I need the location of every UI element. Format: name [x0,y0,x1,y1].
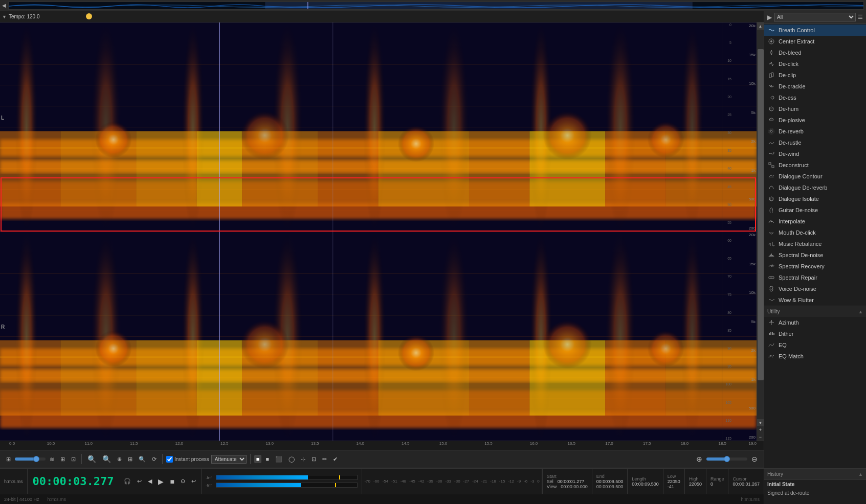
record-button[interactable]: ⊙ [179,477,187,486]
effects-filter-select[interactable]: All [774,13,856,21]
tempo-bar: ▼ Tempo: 120.0 [0,11,764,22]
zoom-out-button[interactable]: 🔍 [85,454,98,464]
grid-button[interactable]: ⊞ [58,455,67,464]
zoom-out-vert-button[interactable]: − [757,433,764,441]
zoom-in-right-button[interactable]: ⊕ [694,454,704,464]
svg-rect-109 [772,332,773,335]
magic-wand-button[interactable]: ⊡ [309,455,318,464]
svg-rect-87 [769,74,771,78]
vertical-scrollbar[interactable]: ▲ ▼ + − [757,22,764,441]
effect-name-music-rebalance: Music Rebalance [779,241,821,247]
separator-3 [250,454,251,464]
effect-item-wow-flutter[interactable]: Wow & Flutter [764,294,866,306]
spectral-de-noise-icon [767,251,775,259]
instant-process-checkbox[interactable] [166,456,173,463]
output-config-button[interactable]: ⊞ [4,455,13,464]
spectrogram-main[interactable]: 20k 15k 10k 5k 2k 1k 500 200 20k 15k 10k… [0,22,757,441]
zoom-in-vert-button[interactable]: + [757,426,764,433]
effect-item-de-plosive[interactable]: De-plosive [764,114,866,126]
utility-section-header[interactable]: Utility ▲ [764,306,866,317]
prev-button[interactable]: ◀ [146,477,154,486]
zoom-horizontal-slider[interactable] [706,457,747,461]
effect-item-music-rebalance[interactable]: Music Rebalance [764,238,866,249]
scroll-down-button[interactable]: ▼ [757,419,764,426]
zoom-in-button[interactable]: 🔍 [100,454,113,464]
effect-item-dialogue-contour[interactable]: Dialogue Contour [764,171,866,182]
scroll-thumb[interactable] [758,49,764,380]
instant-process-label[interactable]: Instant process [166,456,209,463]
effect-item-dialogue-isolate[interactable]: Dialogue Isolate [764,193,866,204]
effect-name-de-clip: De-clip [779,72,796,78]
next-button[interactable]: ↩ [189,477,198,486]
effect-item-de-bleed[interactable]: De-bleed [764,47,866,58]
effect-item-de-wind[interactable]: De-wind [764,148,866,159]
scroll-track[interactable] [757,30,764,419]
effect-item-eq-match[interactable]: EQ Match [764,351,866,362]
effects-panel-header: ▶ All ☰ [764,11,866,24]
effect-item-dither[interactable]: Dither [764,328,866,339]
play-button[interactable]: ▶ [156,476,166,487]
effect-item-de-ess[interactable]: De-ess [764,92,866,103]
tool-1-button[interactable]: ■ [254,455,262,463]
effect-item-eq[interactable]: EQ [764,339,866,351]
history-item-initial[interactable]: Initial State [764,480,866,489]
svg-point-76 [648,121,684,158]
effect-item-de-crackle[interactable]: De-crackle [764,81,866,92]
effect-item-de-click[interactable]: De-click [764,58,866,70]
svg-rect-34 [469,131,529,207]
loop-button[interactable]: ↩ [135,477,144,486]
effect-item-dialogue-de-reverb[interactable]: Dialogue De-reverb [764,182,866,193]
spectrogram-container[interactable]: L R [0,22,764,441]
stop-button[interactable]: ■ [168,476,176,487]
brush-button[interactable]: ✔ [331,455,340,464]
effect-item-mouth-de-click[interactable]: Mouth De-click [764,227,866,238]
scroll-up-button[interactable]: ▲ [757,22,764,30]
svg-point-85 [770,40,772,42]
status-high: High 22050 [684,469,706,494]
effect-item-voice-de-noise[interactable]: Voice De-noise [764,283,866,294]
effect-item-center-extract[interactable]: Center Extract [764,36,866,47]
svg-point-73 [240,111,290,160]
effect-item-spectral-repair[interactable]: Spectral Repair [764,272,866,283]
zoom-out-right-button[interactable]: ⊖ [749,454,760,464]
noise-icon-button[interactable]: ≋ [48,455,56,464]
eq-icon [767,341,775,349]
svg-rect-66 [318,340,378,416]
envelope-button[interactable]: ⟳ [150,455,159,464]
pencil-button[interactable]: ✏ [320,455,329,464]
tool-3-button[interactable]: ⬛ [273,455,284,464]
effect-item-de-rustle[interactable]: De-rustle [764,137,866,148]
tool-2-button[interactable]: ■ [263,455,271,463]
effect-item-spectral-recovery[interactable]: Spectral Recovery [764,261,866,272]
effect-item-interpolate[interactable]: Interpolate [764,216,866,227]
headphone-button[interactable]: 🎧 [122,477,133,486]
effect-item-de-clip[interactable]: De-clip [764,70,866,81]
effect-item-breath-control[interactable]: Breath Control [764,25,866,36]
arrow-left-icon: ◀ [2,3,6,8]
interpolate-icon [767,217,775,225]
effect-item-spectral-de-noise[interactable]: Spectral De-noise [764,249,866,261]
effect-item-deconstruct[interactable]: Deconstruct [764,159,866,171]
de-clip-icon [767,71,775,79]
volume-slider[interactable] [15,457,46,461]
select-button[interactable]: ⊹ [299,455,307,464]
svg-rect-95 [769,163,771,165]
attenuate-select[interactable]: Attenuate [211,455,247,464]
zoom-fit-button[interactable]: ⊞ [126,455,135,464]
status-cursor: Cursor 00:00:01.267 [728,469,764,494]
waveform-button[interactable]: ⊡ [69,455,78,464]
effect-name-dither: Dither [779,331,793,337]
zoom-selection-button[interactable]: ⊕ [115,455,124,464]
zoom-extra-button[interactable]: 🔍 [137,455,148,464]
lasso-button[interactable]: ◯ [286,455,297,464]
svg-point-106 [770,286,773,289]
effect-item-azimuth[interactable]: Azimuth [764,317,866,328]
effect-item-de-hum[interactable]: De-hum [764,103,866,114]
history-header[interactable]: History ▲ [764,469,866,480]
effect-item-de-reverb[interactable]: De-reverb [764,126,866,137]
history-item-signed[interactable]: Signed at de-route [764,489,866,497]
play-small-button[interactable]: ▶ [767,14,772,21]
effect-name-de-ess: De-ess [779,95,796,101]
effects-menu-button[interactable]: ☰ [858,14,863,20]
effect-item-guitar-de-noise[interactable]: Guitar De-noise [764,204,866,216]
